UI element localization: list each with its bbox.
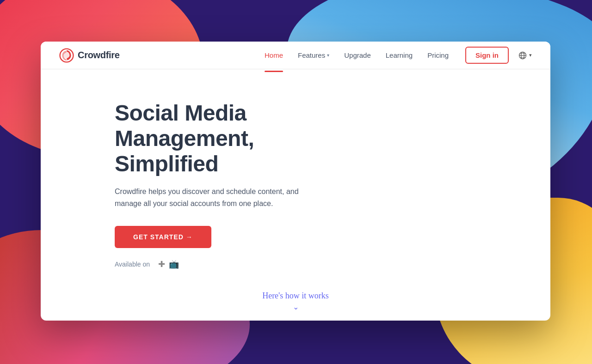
available-on-section: Available on ✚ 📺: [115, 259, 532, 269]
crowdfire-logo-icon: [59, 48, 74, 63]
browser-window: Crowdfire Home Features ▾ Upgrade Learni…: [41, 42, 550, 321]
globe-icon: [518, 51, 527, 60]
hero-subtitle: Crowdfire helps you discover and schedul…: [115, 186, 309, 209]
how-it-works-section[interactable]: Here's how it works ⌄: [41, 291, 550, 321]
nav-features[interactable]: Features ▾: [292, 48, 335, 63]
navbar: Crowdfire Home Features ▾ Upgrade Learni…: [41, 42, 550, 69]
hero-title: Social Media Management, Simplified: [115, 100, 355, 177]
nav-links: Home Features ▾ Upgrade Learning Pricing…: [259, 47, 532, 64]
desktop-icon: 📺: [169, 259, 179, 269]
logo[interactable]: Crowdfire: [59, 48, 120, 63]
language-dropdown-arrow: ▾: [529, 52, 532, 58]
nav-learning[interactable]: Learning: [380, 48, 418, 63]
available-label: Available on: [115, 261, 150, 268]
how-it-works-label: Here's how it works: [262, 291, 329, 301]
nav-upgrade[interactable]: Upgrade: [339, 48, 376, 63]
platform-icons: ✚ 📺: [154, 259, 179, 269]
features-dropdown-arrow: ▾: [327, 53, 329, 58]
get-started-button[interactable]: GET STARTED →: [115, 226, 211, 248]
nav-pricing[interactable]: Pricing: [422, 48, 454, 63]
signin-button[interactable]: Sign in: [465, 47, 509, 64]
language-selector[interactable]: ▾: [518, 51, 532, 60]
logo-text: Crowdfire: [78, 50, 120, 61]
nav-home[interactable]: Home: [259, 48, 289, 63]
hero-section: Social Media Management, Simplified Crow…: [41, 69, 550, 291]
android-icon: ✚: [158, 259, 165, 269]
how-it-works-chevron: ⌄: [293, 303, 299, 311]
